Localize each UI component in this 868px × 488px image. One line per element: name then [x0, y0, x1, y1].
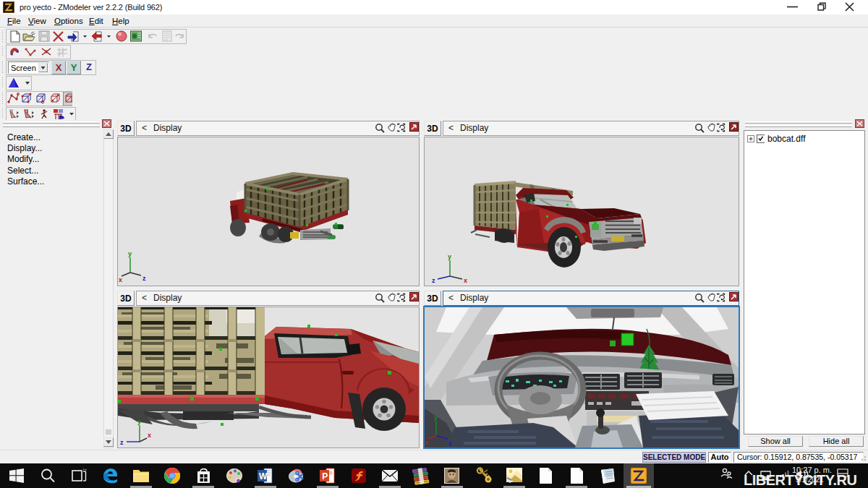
svg-text:z: z	[120, 439, 124, 446]
svg-text:y: y	[137, 418, 141, 425]
svg-text:y: y	[434, 414, 438, 421]
svg-text:x: x	[464, 277, 467, 284]
svg-text:z: z	[448, 440, 452, 447]
svg-text:z: z	[432, 277, 435, 284]
svg-text:LIBERTYCITY.RU: LIBERTYCITY.RU	[744, 472, 856, 488]
svg-text:x: x	[148, 432, 151, 439]
svg-text:x: x	[119, 276, 122, 283]
svg-text:z: z	[142, 275, 146, 282]
svg-text:y: y	[128, 250, 132, 257]
svg-text:P: P	[322, 471, 328, 481]
svg-text:x: x	[425, 439, 428, 446]
svg-text:W: W	[259, 471, 268, 481]
svg-text:y: y	[448, 253, 451, 260]
